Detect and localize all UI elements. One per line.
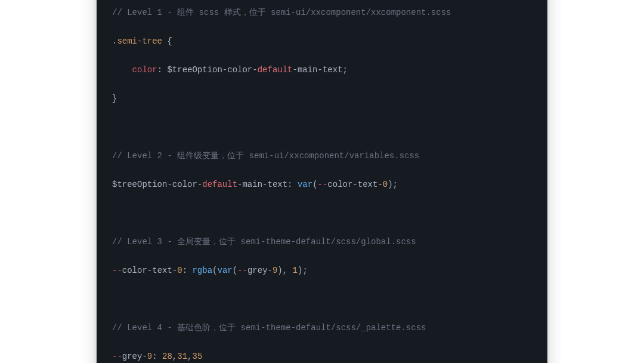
colon: : (287, 180, 298, 189)
brace: { (162, 36, 172, 46)
token: main (242, 180, 262, 189)
paren: ) (277, 266, 282, 275)
function-name: var (298, 180, 312, 189)
token: text (267, 180, 287, 189)
number: 0 (383, 180, 388, 189)
number: 35 (192, 352, 202, 361)
dash: - (352, 180, 357, 189)
token: default (258, 65, 293, 75)
code-line: // Level 2 - 组件级变量，位于 semi-ui/xxcomponen… (112, 149, 532, 163)
number: 9 (147, 352, 152, 361)
comment-text: // Level 2 - 组件级变量，位于 semi-ui/xxcomponen… (112, 151, 419, 161)
dash: - (147, 266, 152, 275)
dash: - (377, 180, 382, 189)
dash: - (222, 65, 227, 75)
token: main (298, 65, 318, 75)
colon: : (152, 352, 162, 361)
semicolon: ; (393, 180, 398, 189)
number: 0 (177, 266, 182, 275)
blank-line (112, 292, 532, 306)
paren: ) (388, 180, 392, 189)
token: grey (122, 352, 143, 361)
comment-text: // Level 4 - 基础色阶，位于 semi-theme-default/… (112, 323, 426, 333)
semicolon: ; (343, 65, 348, 75)
function-name: rgba (192, 266, 212, 275)
brace: } (112, 94, 117, 103)
comma: , (283, 266, 293, 275)
code-window: // Level 1 - 组件 scss 样式，位于 semi-ui/xxcom… (97, 0, 547, 363)
dash: - (172, 266, 177, 275)
token: text (152, 266, 172, 275)
code-line: } (112, 91, 532, 106)
token: color (227, 65, 252, 75)
token: default (202, 180, 237, 189)
colon: : (182, 266, 193, 275)
stage: // Level 1 - 组件 scss 样式，位于 semi-ui/xxcom… (0, 0, 644, 363)
comma: , (172, 352, 177, 361)
dollar-sign: $ (167, 65, 172, 75)
number: 31 (177, 352, 187, 361)
indent (112, 65, 132, 75)
comment-text: // Level 3 - 全局变量，位于 semi-theme-default/… (112, 237, 416, 247)
code-line: // Level 3 - 全局变量，位于 semi-theme-default/… (112, 235, 532, 249)
token: color (122, 266, 147, 275)
token: color (327, 180, 352, 189)
code-line: --grey-9: 28,31,35 (112, 349, 532, 363)
css-property: color (132, 65, 157, 75)
double-dash: -- (318, 180, 328, 189)
number: 1 (293, 266, 298, 275)
dash: - (268, 266, 273, 275)
code-line: // Level 1 - 组件 scss 样式，位于 semi-ui/xxcom… (112, 5, 532, 20)
colon: : (157, 65, 168, 75)
token: text (323, 65, 343, 75)
paren: ( (233, 266, 237, 275)
token: text (358, 180, 378, 189)
function-name: var (217, 266, 232, 275)
blank-line (112, 206, 532, 220)
code-line: $treeOption-color-default-main-text: var… (112, 177, 532, 192)
code-line: color: $treeOption-color-default-main-te… (112, 63, 532, 77)
paren: ( (312, 180, 317, 189)
code-line: .semi-tree { (112, 34, 532, 48)
code-line: --color-text-0: rgba(var(--grey-9), 1); (112, 263, 532, 278)
dash: - (167, 180, 172, 189)
code-area: // Level 1 - 组件 scss 样式，位于 semi-ui/xxcom… (97, 0, 547, 363)
token: color (172, 180, 197, 189)
number: 28 (162, 352, 172, 361)
dash: - (293, 65, 298, 75)
css-selector: .semi-tree (112, 36, 162, 46)
double-dash: -- (237, 266, 247, 275)
blank-line (112, 120, 532, 134)
token: grey (247, 266, 268, 275)
double-dash: -- (112, 352, 122, 361)
comment-text: // Level 1 - 组件 scss 样式，位于 semi-ui/xxcom… (112, 8, 451, 17)
variable-name: treeOption (172, 65, 222, 75)
variable-name: treeOption (117, 180, 167, 189)
semicolon: ; (302, 266, 307, 275)
double-dash: -- (112, 266, 122, 275)
dash: - (142, 352, 147, 361)
dash: - (197, 180, 202, 189)
dash: - (252, 65, 257, 75)
code-line: // Level 4 - 基础色阶，位于 semi-theme-default/… (112, 321, 532, 335)
dash: - (318, 65, 323, 75)
